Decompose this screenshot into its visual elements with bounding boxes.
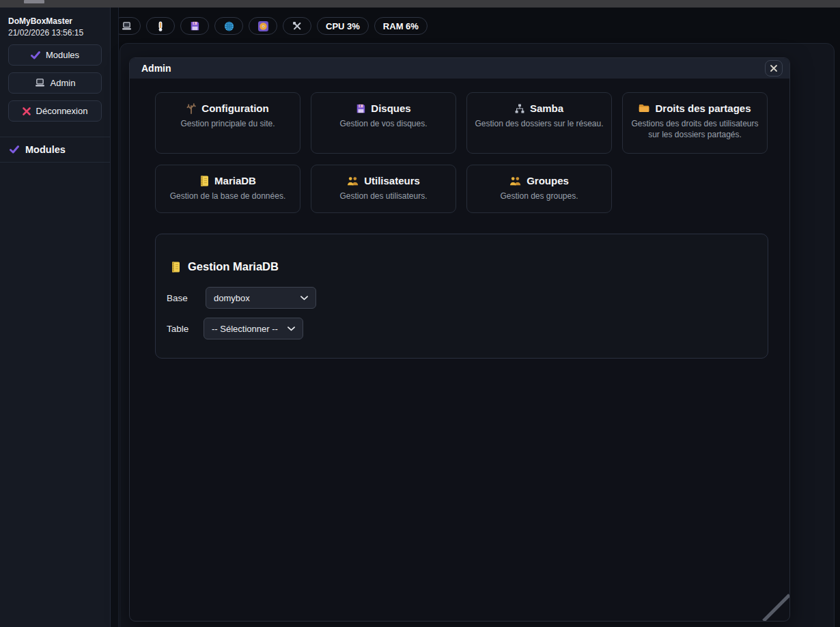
cpu-usage-label: CPU 3%: [326, 21, 360, 31]
window-chrome-strip: [0, 0, 840, 8]
sidebar-button-admin[interactable]: Admin: [8, 72, 102, 94]
ledger-icon: [199, 176, 209, 186]
card-title: Utilisateurs: [364, 175, 420, 186]
toolbar-laptop-button[interactable]: [119, 17, 141, 35]
ram-usage-label: RAM 6%: [383, 21, 419, 31]
ledger-icon: [171, 262, 180, 273]
card-title: Droits des partages: [655, 102, 751, 114]
folder-icon: [639, 104, 649, 113]
chevron-down-icon: [300, 296, 308, 301]
sidebar-button-logout[interactable]: Déconnexion: [8, 100, 102, 122]
username: DoMyBoxMaster: [8, 16, 102, 26]
main-area: CPU 3% RAM 6% Admin Configu: [119, 8, 840, 627]
chevron-down-icon: [288, 326, 295, 331]
toolbar-disc-button[interactable]: [249, 17, 277, 35]
sidebar-button-label: Déconnexion: [36, 106, 88, 116]
close-button[interactable]: [765, 60, 783, 76]
toolbar-network-button[interactable]: [214, 17, 243, 35]
card-subtitle: Gestion des groupes.: [473, 191, 606, 202]
users-icon: [347, 176, 359, 186]
toolbar: CPU 3% RAM 6%: [119, 16, 840, 36]
card-title: Groupes: [527, 175, 569, 186]
table-label: Table: [167, 324, 195, 334]
base-label: Base: [167, 293, 195, 303]
toolbar-tools-button[interactable]: [283, 17, 311, 35]
card-title: Samba: [530, 102, 563, 114]
sidebar-button-label: Admin: [51, 78, 76, 88]
mariadb-panel-title-text: Gestion MariaDB: [188, 260, 279, 273]
card-subtitle: Gestions des droits des utilisateurs sur…: [628, 119, 761, 140]
globe-icon: [224, 21, 234, 31]
tools-icon: [292, 21, 302, 31]
admin-window-titlebar[interactable]: Admin: [130, 58, 789, 79]
sidebar-scrollbar[interactable]: [111, 8, 119, 627]
window-chrome-fragment: [24, 0, 44, 3]
card-title: Configuration: [201, 102, 268, 114]
cpu-usage-badge[interactable]: CPU 3%: [317, 17, 369, 35]
admin-window: Admin Configuration Gestion principale d…: [129, 57, 790, 622]
card-groupes[interactable]: Groupes Gestion des groupes.: [466, 165, 612, 213]
users-icon: [509, 176, 521, 186]
card-subtitle: Gestion des utilisateurs.: [317, 191, 450, 202]
card-utilisateurs[interactable]: Utilisateurs Gestion des utilisateurs.: [311, 165, 456, 213]
table-field-row: Table -- Sélectionner --: [167, 318, 754, 339]
sidebar-button-label: Modules: [46, 50, 79, 60]
card-samba[interactable]: Samba Gestion des dossiers sur le réseau…: [466, 92, 612, 154]
laptop-icon: [35, 79, 45, 87]
toolbar-thermometer-button[interactable]: [146, 17, 175, 35]
table-select-value: -- Sélectionner --: [212, 324, 278, 334]
datetime: 21/02/2026 13:56:15: [8, 28, 102, 38]
card-subtitle: Gestion principale du site.: [161, 119, 294, 130]
check-icon: [10, 145, 19, 154]
admin-window-body: Configuration Gestion principale du site…: [130, 79, 789, 359]
card-mariadb[interactable]: MariaDB Gestion de la base de données.: [155, 165, 300, 213]
table-select[interactable]: -- Sélectionner --: [204, 318, 303, 339]
card-title: MariaDB: [214, 175, 256, 186]
sidebar-section-modules[interactable]: Modules: [0, 137, 110, 163]
thermometer-icon: [158, 21, 163, 31]
toolbar-disks-button[interactable]: [180, 17, 209, 35]
floppy-icon: [190, 21, 199, 31]
sidebar-section-label: Modules: [25, 144, 66, 155]
card-disques[interactable]: Disques Gestion de vos disques.: [311, 92, 456, 154]
window-resize-handle[interactable]: [759, 591, 789, 621]
base-select[interactable]: domybox: [206, 287, 316, 309]
card-subtitle: Gestion des dossiers sur le réseau.: [473, 119, 606, 130]
mariadb-panel: Gestion MariaDB Base domybox Table -- Sé…: [155, 234, 768, 359]
laptop-icon: [122, 22, 132, 31]
mariadb-panel-title: Gestion MariaDB: [167, 260, 754, 273]
card-subtitle: Gestion de vos disques.: [317, 119, 450, 130]
network-icon: [515, 104, 524, 113]
disc-icon: [258, 21, 268, 31]
module-cards: Configuration Gestion principale du site…: [155, 92, 769, 213]
close-icon: [770, 64, 778, 72]
sidebar: DoMyBoxMaster 21/02/2026 13:56:15 Module…: [0, 8, 111, 627]
card-droits-partages[interactable]: Droits des partages Gestions des droits …: [622, 92, 768, 154]
sidebar-button-modules[interactable]: Modules: [8, 44, 102, 66]
base-field-row: Base domybox: [167, 287, 754, 309]
x-icon: [23, 107, 31, 115]
card-title: Disques: [371, 102, 410, 114]
bare-tree-icon: [186, 103, 196, 114]
window-title: Admin: [141, 63, 171, 74]
check-icon: [31, 51, 40, 59]
card-configuration[interactable]: Configuration Gestion principale du site…: [155, 92, 300, 154]
card-subtitle: Gestion de la base de données.: [161, 191, 294, 202]
ram-usage-badge[interactable]: RAM 6%: [374, 17, 428, 35]
base-select-value: domybox: [214, 293, 250, 303]
floppy-icon: [356, 104, 365, 113]
